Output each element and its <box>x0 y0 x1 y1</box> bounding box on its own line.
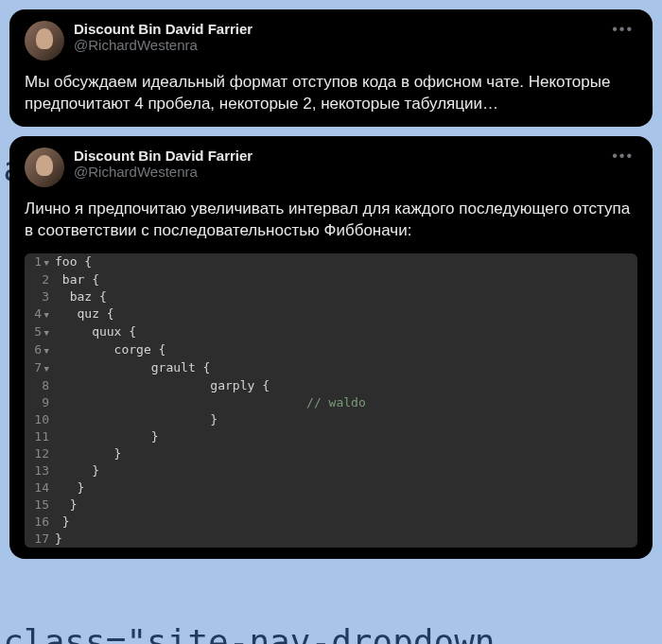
line-number: 16 <box>25 513 55 531</box>
line-number: 3 <box>25 288 55 305</box>
tweet-header: Discount Bin David Farrier @RichardWeste… <box>25 148 637 187</box>
code-content: // waldo <box>55 394 637 411</box>
tweet-card: Discount Bin David Farrier @RichardWeste… <box>9 9 653 127</box>
line-number: 10 <box>25 411 55 428</box>
user-handle: @RichardWestenra <box>74 37 599 53</box>
line-number: 7▼ <box>25 359 55 377</box>
more-options-button[interactable]: ••• <box>608 148 637 165</box>
code-content: bar { <box>55 271 637 288</box>
tweet-text: Мы обсуждаем идеальный формат отступов к… <box>25 72 637 115</box>
tweet-card: Discount Bin David Farrier @RichardWeste… <box>9 136 653 559</box>
code-line: 3 baz { <box>25 288 637 305</box>
code-content: } <box>55 411 637 428</box>
code-content: baz { <box>55 288 637 305</box>
code-content: } <box>55 496 637 513</box>
code-content: foo { <box>55 253 637 271</box>
display-name: Discount Bin David Farrier <box>74 21 599 37</box>
code-content: } <box>55 428 637 445</box>
code-line: 7▼ grault { <box>25 359 637 377</box>
user-info[interactable]: Discount Bin David Farrier @RichardWeste… <box>74 148 599 180</box>
line-number: 8 <box>25 377 55 394</box>
line-number: 5▼ <box>25 323 55 341</box>
line-number: 15 <box>25 496 55 513</box>
code-line: 8 garply { <box>25 377 637 394</box>
line-number: 13 <box>25 462 55 479</box>
avatar[interactable] <box>25 148 64 187</box>
code-line: 12 } <box>25 445 637 462</box>
tweets-container: Discount Bin David Farrier @RichardWeste… <box>0 0 662 578</box>
line-number: 17 <box>25 531 55 548</box>
line-number: 4▼ <box>25 305 55 323</box>
code-content: quux { <box>55 323 637 341</box>
line-number: 9 <box>25 394 55 411</box>
code-line: 11 } <box>25 428 637 445</box>
code-content: } <box>55 531 637 548</box>
avatar[interactable] <box>25 21 64 61</box>
code-line: 6▼ corge { <box>25 341 637 359</box>
code-line: 5▼ quux { <box>25 323 637 341</box>
tweet-text: Лично я предпочитаю увеличивать интервал… <box>25 199 637 242</box>
code-content: quz { <box>55 305 637 323</box>
code-content: corge { <box>55 341 637 359</box>
code-line: 4▼ quz { <box>25 305 637 323</box>
user-info[interactable]: Discount Bin David Farrier @RichardWeste… <box>74 21 599 53</box>
code-content: grault { <box>55 359 637 377</box>
background-code-text: a class="site-nav-dropdown <box>0 622 496 644</box>
line-number: 11 <box>25 428 55 445</box>
code-line: 9 // waldo <box>25 394 637 411</box>
line-number: 2 <box>25 271 55 288</box>
more-options-button[interactable]: ••• <box>608 21 637 38</box>
code-content: } <box>55 513 637 531</box>
display-name: Discount Bin David Farrier <box>74 148 599 164</box>
code-line: 10 } <box>25 411 637 428</box>
code-block: 1▼foo {2 bar {3 baz {4▼ quz {5▼ quux {6▼… <box>25 253 637 548</box>
line-number: 12 <box>25 445 55 462</box>
code-content: garply { <box>55 377 637 394</box>
code-content: } <box>55 462 637 479</box>
code-content: } <box>55 479 637 496</box>
code-line: 16 } <box>25 513 637 531</box>
code-line: 14 } <box>25 479 637 496</box>
tweet-header: Discount Bin David Farrier @RichardWeste… <box>25 21 637 61</box>
line-number: 14 <box>25 479 55 496</box>
code-line: 2 bar { <box>25 271 637 288</box>
line-number: 6▼ <box>25 341 55 359</box>
code-content: } <box>55 445 637 462</box>
line-number: 1▼ <box>25 253 55 271</box>
user-handle: @RichardWestenra <box>74 164 599 180</box>
code-line: 17 } <box>25 531 637 548</box>
code-line: 15 } <box>25 496 637 513</box>
code-line: 1▼foo { <box>25 253 637 271</box>
code-line: 13 } <box>25 462 637 479</box>
